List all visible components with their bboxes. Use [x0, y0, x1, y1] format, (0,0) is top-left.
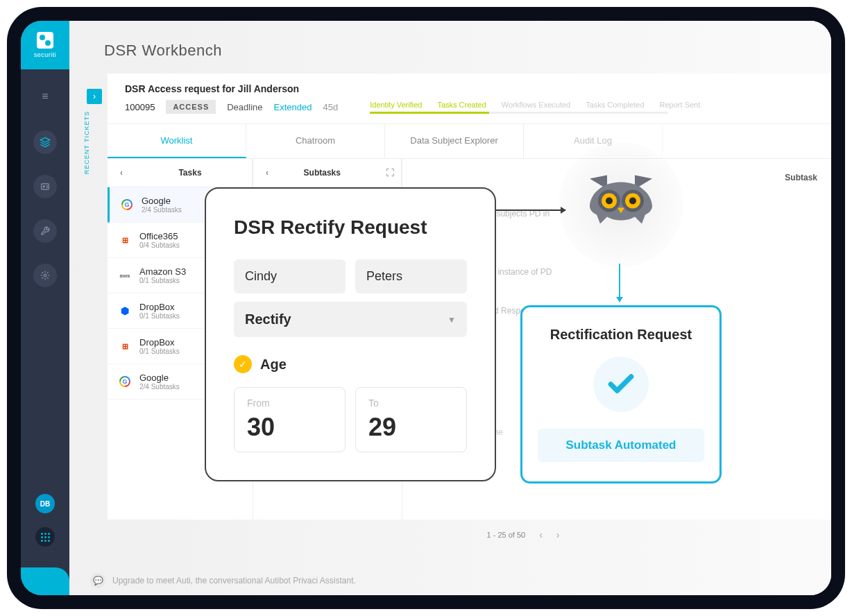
request-title: DSR Access request for Jill Anderson [125, 83, 299, 94]
from-box: From 30 [234, 387, 346, 452]
check-icon [606, 369, 636, 400]
brand-logo[interactable]: securiti [21, 21, 69, 69]
pagination: 1 - 25 of 50 ‹ › [215, 520, 831, 550]
task-subtask-count: 2/4 Subtasks [139, 383, 180, 391]
task-name: Office365 [139, 231, 180, 241]
logo-icon [37, 32, 53, 49]
task-subtask-count: 0/1 Subtasks [139, 348, 180, 355]
tab-chatroom[interactable]: Chatroom [246, 124, 385, 158]
from-label: From [247, 397, 332, 409]
request-id: 100095 [125, 102, 155, 112]
office-icon: ⊞ [117, 232, 133, 248]
svg-point-8 [629, 198, 636, 205]
last-name-field[interactable]: Peters [355, 259, 467, 293]
tasks-header: ‹ Tasks [108, 159, 253, 187]
progress-step: Workflows Executed [502, 101, 570, 109]
expand-tickets-button[interactable]: › [87, 89, 102, 104]
upgrade-text: Upgrade to meet Auti, the conversational… [112, 576, 356, 585]
chat-icon: 💬 [90, 573, 105, 588]
brand-name: securiti [34, 51, 57, 58]
google-icon [117, 374, 133, 389]
result-status-badge: Subtask Automated [538, 429, 704, 462]
progress-step: Report Sent [660, 101, 701, 109]
deadline-days: 45d [323, 102, 339, 112]
result-check-circle [593, 357, 649, 412]
rectify-request-card: DSR Rectify Request Cindy Peters Rectify… [205, 187, 496, 481]
nav-icons [33, 130, 57, 287]
hamburger-icon[interactable]: ≡ [42, 90, 48, 103]
task-name: Google [142, 196, 182, 206]
deadline-status[interactable]: Extended [274, 102, 312, 112]
svg-point-2 [44, 274, 46, 277]
sidebar-accent [21, 567, 69, 595]
tab-data-subject-explorer[interactable]: Data Subject Explorer [385, 124, 524, 158]
to-label: To [368, 397, 454, 409]
user-avatar[interactable]: DB [35, 494, 55, 513]
to-value: 29 [368, 413, 454, 442]
deadline-label: Deadline [227, 102, 262, 112]
first-name-field[interactable]: Cindy [234, 259, 346, 293]
progress-step: Tasks Completed [586, 101, 644, 109]
recent-tickets-label[interactable]: RECENT TICKETS [83, 111, 90, 174]
action-select[interactable]: Rectify ▼ [234, 302, 467, 337]
chevron-down-icon: ▼ [448, 315, 456, 325]
nav-gear-icon[interactable] [33, 264, 57, 287]
back-icon[interactable]: ‹ [114, 166, 128, 180]
tabs: Worklist Chatroom Data Subject Explorer … [108, 124, 831, 159]
request-header: DSR Access request for Jill Anderson 100… [108, 74, 831, 124]
progress-labels: Identity Verified Tasks Created Workflow… [370, 101, 814, 109]
pagination-text: 1 - 25 of 50 [487, 531, 526, 539]
progress-step: Identity Verified [370, 101, 422, 109]
field-label: Age [260, 357, 287, 373]
task-name: Amazon S3 [139, 266, 186, 277]
task-name: DropBox [139, 302, 180, 312]
task-subtask-count: 0/4 Subtasks [139, 241, 180, 249]
owl-bot [559, 142, 683, 267]
task-subtask-count: 2/4 Subtasks [142, 206, 182, 214]
progress-bar [370, 112, 668, 114]
owl-icon [583, 172, 659, 238]
task-subtask-count: 0/1 Subtasks [139, 312, 180, 320]
back-icon[interactable]: ‹ [260, 166, 274, 180]
subtasks-header-label: Subtasks [304, 168, 341, 178]
arrow-right-icon [496, 209, 565, 211]
next-page-button[interactable]: › [556, 529, 560, 540]
dropbox-icon: ⬢ [117, 303, 133, 318]
task-name: DropBox [139, 337, 180, 348]
nav-cube-icon[interactable] [33, 130, 57, 154]
sidebar-bottom: DB [35, 494, 55, 547]
progress-step: Tasks Created [437, 101, 486, 109]
nav-id-icon[interactable] [33, 175, 57, 198]
page-title: DSR Workbench [69, 21, 831, 74]
rectification-result-card: Rectification Request Subtask Automated [520, 305, 722, 484]
tab-worklist[interactable]: Worklist [108, 124, 246, 158]
office-icon: ⊞ [117, 339, 133, 354]
expand-icon[interactable]: ⛶ [386, 168, 394, 178]
apps-icon[interactable] [35, 527, 55, 547]
task-name: Google [139, 373, 180, 383]
arrow-down-icon [619, 264, 620, 302]
prev-page-button[interactable]: ‹ [539, 529, 543, 540]
svg-point-1 [43, 186, 44, 187]
svg-point-7 [606, 198, 613, 205]
check-circle-icon: ✓ [234, 355, 252, 373]
upgrade-bar[interactable]: 💬 Upgrade to meet Auti, the conversation… [69, 566, 831, 595]
request-type-tag: ACCESS [166, 100, 216, 114]
result-title: Rectification Request [538, 327, 704, 343]
subtasks-header: ‹ Subtasks ⛶ [253, 159, 402, 187]
sidebar: securiti ≡ DB [21, 21, 69, 595]
action-select-value: Rectify [245, 311, 291, 327]
rectify-title: DSR Rectify Request [234, 216, 467, 239]
nav-wrench-icon[interactable] [33, 219, 57, 243]
aws-icon: aws [117, 268, 133, 283]
to-box: To 29 [355, 387, 467, 452]
google-icon [119, 197, 135, 212]
task-subtask-count: 0/1 Subtasks [139, 277, 186, 284]
tasks-header-label: Tasks [178, 168, 201, 178]
from-value: 30 [247, 413, 332, 442]
